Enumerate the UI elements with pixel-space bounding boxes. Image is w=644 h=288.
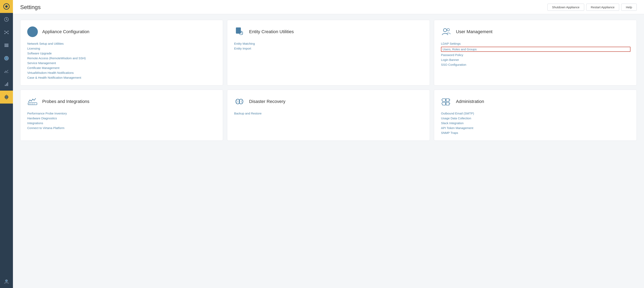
svg-point-38 [447, 29, 450, 31]
link-service-management[interactable]: Service Management [27, 61, 217, 65]
card-links-entity: Entity Matching Entity Import [233, 42, 424, 50]
header-buttons: Shutdown Appliance Restart Appliance Hel… [548, 4, 637, 11]
page-title: Settings [20, 4, 40, 11]
card-header-user: User Management [440, 26, 630, 38]
link-api-token[interactable]: API Token Management [441, 126, 630, 130]
sidebar-item-clock[interactable] [0, 52, 13, 65]
link-performance-probe[interactable]: Performance Probe Inventory [27, 112, 217, 115]
link-login-banner[interactable]: Login Banner [441, 58, 630, 62]
card-title-entity: Entity Creation Utilities [249, 29, 294, 34]
svg-rect-13 [4, 44, 8, 45]
link-usage-data[interactable]: Usage Data Collection [441, 117, 630, 120]
appliance-config-icon [26, 26, 38, 38]
card-title-user: User Management [456, 29, 492, 34]
link-licensing[interactable]: Licensing [27, 47, 217, 50]
svg-rect-19 [6, 84, 7, 86]
link-slack-integration[interactable]: Slack Integration [441, 121, 630, 125]
link-hardware-diagnostics[interactable]: Hardware Diagnostics [27, 117, 217, 120]
shutdown-button[interactable]: Shutdown Appliance [548, 4, 584, 11]
card-title-disaster: Disaster Recovery [249, 99, 286, 104]
link-outbound-email[interactable]: Outbound Email (SMTP) [441, 112, 630, 115]
link-entity-matching[interactable]: Entity Matching [234, 42, 424, 45]
card-title-appliance: Appliance Configuration [42, 29, 90, 34]
link-certificate-management[interactable]: Certificate Management [27, 66, 217, 70]
svg-point-26 [31, 30, 31, 31]
link-integrations[interactable]: Integrations [27, 121, 217, 125]
card-header-admin: Administration [440, 96, 630, 108]
sidebar-item-topology[interactable] [0, 26, 13, 39]
svg-point-1 [5, 5, 8, 8]
svg-rect-18 [5, 85, 6, 86]
help-button[interactable]: Help [621, 4, 637, 11]
card-header-probes: Probes and Integrations [26, 96, 217, 108]
main-content: Settings Shutdown Appliance Restart Appl… [13, 0, 644, 288]
svg-rect-15 [4, 46, 8, 47]
svg-line-10 [6, 31, 8, 32]
card-links-disaster: Backup and Restore [233, 112, 424, 115]
link-backup-restore[interactable]: Backup and Restore [234, 112, 424, 115]
link-snmp-traps[interactable]: SNMP Traps [441, 131, 630, 135]
svg-rect-14 [4, 45, 8, 46]
card-title-admin: Administration [456, 99, 484, 104]
link-case-health[interactable]: Case & Health Notification Management [27, 76, 217, 79]
card-administration: Administration Outbound Email (SMTP) Usa… [434, 90, 637, 141]
svg-point-21 [6, 96, 7, 98]
card-user-management: User Management LDAP Settings Users, Rol… [434, 20, 637, 86]
link-users-roles-groups[interactable]: Users, Roles and Groups [441, 47, 630, 52]
link-network-setup[interactable]: Network Setup and Utilities [27, 42, 217, 45]
sidebar-item-layers[interactable] [0, 39, 13, 52]
sidebar-item-reports[interactable] [0, 78, 13, 91]
link-remote-access[interactable]: Remote Access (RemoteWisdom and SSH) [27, 57, 217, 60]
link-ldap-settings[interactable]: LDAP Settings [441, 42, 630, 45]
card-disaster-recovery: Disaster Recovery Backup and Restore [227, 90, 430, 141]
card-header-entity: Entity Creation Utilities [233, 26, 424, 38]
sidebar-item-analytics[interactable] [0, 65, 13, 78]
card-title-probes: Probes and Integrations [42, 99, 90, 104]
card-links-user: LDAP Settings Users, Roles and Groups Pa… [440, 42, 630, 66]
administration-icon [440, 96, 452, 108]
disaster-recovery-icon [233, 96, 246, 108]
card-links-appliance: Network Setup and Utilities Licensing So… [26, 42, 217, 79]
card-header-appliance: Appliance Configuration [26, 26, 217, 38]
link-software-upgrade[interactable]: Software Upgrade [27, 52, 217, 55]
sidebar-item-user[interactable] [0, 275, 13, 288]
sidebar-item-settings[interactable] [0, 91, 13, 104]
card-appliance-config: Appliance Configuration Network Setup an… [20, 20, 223, 86]
svg-rect-20 [7, 82, 8, 86]
link-virtualwisdom-health[interactable]: VirtualWisdom Health Notifications [27, 71, 217, 74]
user-management-icon [440, 26, 452, 38]
sidebar-logo [0, 0, 13, 13]
link-sso-configuration[interactable]: SSO Configuration [441, 63, 630, 66]
link-connect-virtana[interactable]: Connect to Virtana Platform [27, 126, 217, 130]
restart-button[interactable]: Restart Appliance [586, 4, 619, 11]
svg-line-9 [5, 31, 6, 32]
probes-icon [26, 96, 38, 108]
settings-grid: Appliance Configuration Network Setup an… [13, 14, 644, 146]
card-links-probes: Performance Probe Inventory Hardware Dia… [26, 112, 217, 130]
card-entity-creation: Entity Creation Utilities Entity Matchin… [227, 20, 430, 86]
svg-point-3 [6, 19, 7, 20]
card-header-disaster: Disaster Recovery [233, 96, 424, 108]
svg-point-37 [444, 29, 447, 32]
card-links-admin: Outbound Email (SMTP) Usage Data Collect… [440, 112, 630, 135]
link-entity-import[interactable]: Entity Import [234, 47, 424, 50]
svg-line-12 [6, 32, 8, 34]
svg-line-11 [5, 32, 6, 34]
header: Settings Shutdown Appliance Restart Appl… [13, 0, 644, 14]
sidebar [0, 0, 13, 288]
link-password-policy[interactable]: Password Policy [441, 53, 630, 57]
svg-point-22 [6, 280, 8, 282]
entity-creation-icon [233, 26, 246, 38]
svg-point-23 [28, 27, 38, 37]
svg-point-27 [31, 33, 31, 33]
card-probes: Probes and Integrations Performance Prob… [20, 90, 223, 141]
sidebar-item-dashboard[interactable] [0, 13, 13, 26]
